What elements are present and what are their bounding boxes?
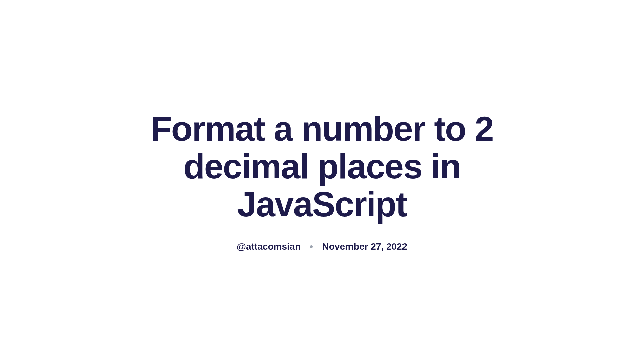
article-title: Format a number to 2 decimal places in J… (121, 110, 523, 223)
meta-separator-icon (310, 245, 313, 248)
publish-date: November 27, 2022 (322, 241, 407, 252)
article-header: Format a number to 2 decimal places in J… (121, 110, 523, 252)
article-meta: @attacomsian November 27, 2022 (121, 241, 523, 252)
author-handle[interactable]: @attacomsian (237, 241, 301, 252)
